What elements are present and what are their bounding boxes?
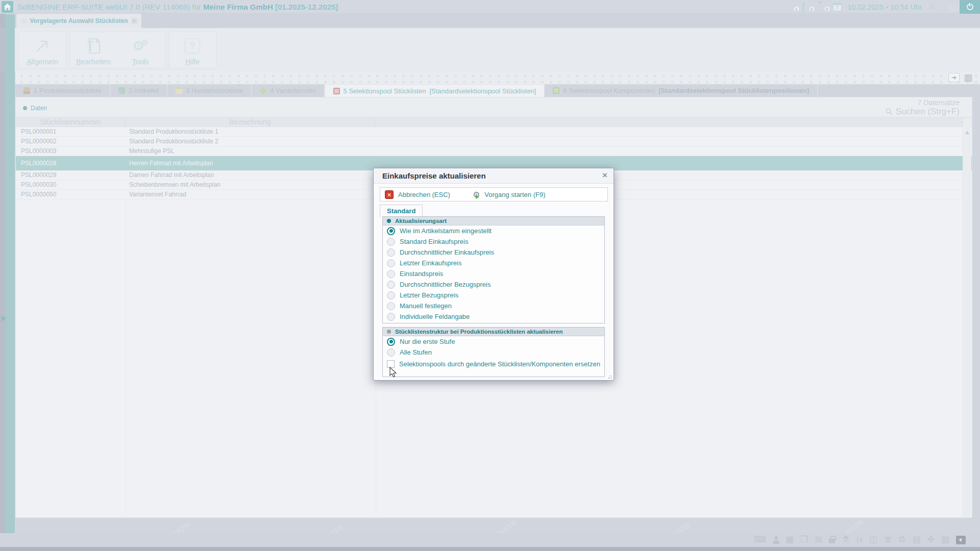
start-gear-icon: ⚙	[473, 190, 480, 199]
radio-icon[interactable]	[387, 313, 395, 321]
mouse-cursor	[389, 367, 397, 378]
checkbox-label: Selektionspools durch geänderte Stücklis…	[399, 360, 600, 368]
radio-durchschnittlicher-einkaufspreis[interactable]: Durchschnittlicher Einkaufspreis	[383, 247, 604, 258]
radio-standard-einkaufspreis[interactable]: Standard Einkaufspreis	[383, 236, 604, 247]
radio-icon[interactable]	[387, 302, 395, 310]
abbrechen-button[interactable]: ✕ Abbrechen (ESC)	[385, 190, 450, 199]
radio-wie-im-artikelstamm[interactable]: Wie im Artikelstamm eingestellt	[383, 226, 604, 236]
vorgang-starten-label: Vorgang starten (F9)	[484, 191, 545, 198]
radio-label: Einstandspreis	[400, 270, 443, 278]
radio-selected-icon[interactable]	[387, 338, 395, 346]
radio-label: Durchschnittlicher Einkaufspreis	[400, 248, 494, 256]
radio-durchschnittlicher-bezugspreis[interactable]: Durchschnittlicher Bezugspreis	[383, 279, 604, 290]
radio-label: Letzter Einkaufspreis	[400, 259, 461, 267]
radio-icon[interactable]	[387, 259, 395, 267]
radio-selected-icon[interactable]	[387, 227, 395, 235]
radio-icon[interactable]	[387, 291, 395, 299]
radio-icon[interactable]	[387, 248, 395, 257]
radio-einstandspreis[interactable]: Einstandspreis	[383, 268, 604, 279]
radio-letzter-einkaufspreis[interactable]: Letzter Einkaufspreis	[383, 258, 604, 268]
radio-label: Wie im Artikelstamm eingestellt	[400, 227, 492, 235]
cancel-x-icon: ✕	[385, 190, 394, 199]
group-aktualisierungsart: Aktualisierungsart Wie im Artikelstamm e…	[382, 216, 605, 323]
radio-label: Standard Einkaufspreis	[400, 238, 468, 245]
group-header: Aktualisierungsart	[383, 217, 604, 226]
dialog-header[interactable]: Einkaufspreise aktualisieren ×	[374, 168, 614, 184]
group-stuecklistenstruktur: Stücklistenstruktur bei Produktionsstück…	[382, 327, 605, 377]
radio-label: Durchschnittlicher Bezugspreis	[400, 281, 491, 288]
radio-icon[interactable]	[387, 238, 395, 246]
tab-standard[interactable]: Standard	[380, 205, 423, 217]
radio-icon[interactable]	[387, 281, 395, 289]
radio-label: Manuell festlegen	[400, 302, 452, 310]
group-title: Stücklistenstruktur bei Produktionsstück…	[395, 329, 562, 335]
radio-manuell-festlegen[interactable]: Manuell festlegen	[383, 300, 604, 311]
dialog-title: Einkaufspreise aktualisieren	[382, 171, 486, 180]
radio-label: Individuelle Feldangabe	[400, 313, 470, 320]
radio-label: Alle Stufen	[400, 348, 432, 356]
radio-alle-stufen[interactable]: Alle Stufen	[383, 347, 604, 358]
radio-label: Letzter Bezugspreis	[400, 291, 458, 299]
group-bullet-icon	[387, 330, 391, 334]
radio-nur-die-erste-stufe[interactable]: Nur die erste Stufe	[383, 336, 604, 347]
group-bullet-icon	[387, 219, 391, 223]
group-header: Stücklistenstruktur bei Produktionsstück…	[383, 328, 604, 336]
resize-grip-icon[interactable]	[607, 374, 611, 379]
group-title: Aktualisierungsart	[395, 218, 447, 224]
checkbox-selektionspools-ersetzen[interactable]: Selektionspools durch geänderte Stücklis…	[383, 358, 604, 370]
radio-individuelle-feldangabe[interactable]: Individuelle Feldangabe	[383, 311, 604, 322]
einkaufspreise-dialog: Einkaufspreise aktualisieren × ✕ Abbrech…	[373, 168, 614, 381]
abbrechen-label: Abbrechen (ESC)	[398, 191, 450, 198]
radio-icon[interactable]	[387, 348, 395, 357]
dialog-action-bar: ✕ Abbrechen (ESC) ⚙ Vorgang starten (F9)	[380, 187, 608, 202]
vorgang-starten-button[interactable]: ⚙ Vorgang starten (F9)	[473, 190, 546, 199]
radio-icon[interactable]	[387, 270, 395, 278]
radio-label: Nur die erste Stufe	[400, 338, 455, 345]
dialog-close-icon[interactable]: ×	[602, 170, 607, 181]
radio-letzter-bezugspreis[interactable]: Letzter Bezugspreis	[383, 290, 604, 300]
